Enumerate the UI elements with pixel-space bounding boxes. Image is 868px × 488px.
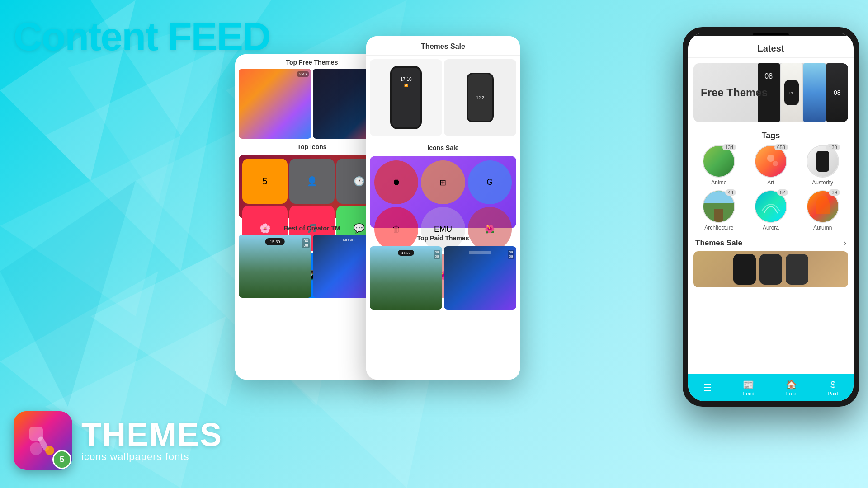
tag-autumn[interactable]: 39 Autumn (799, 190, 846, 231)
tag-anime-badge: 134 (722, 144, 736, 150)
middle-phone-icons-sale-title: Icons Sale (366, 140, 520, 154)
middle-phone-header: Themes Sale (366, 36, 520, 56)
free-themes-banner[interactable]: Free Themes 08 PA 08 (693, 63, 848, 122)
tags-title: Tags (695, 131, 846, 141)
tag-austerity[interactable]: 130 Austerity (799, 145, 846, 186)
right-phone-screen: Latest Free Themes 08 PA 08 Tags (688, 33, 854, 401)
app-icon: 5 (14, 411, 72, 470)
svg-point-16 (45, 446, 54, 455)
nav-feed[interactable]: 📰 Feed (743, 379, 754, 396)
right-phone-frame: Latest Free Themes 08 PA 08 Tags (683, 27, 859, 407)
nav-paid[interactable]: $ Paid (828, 380, 838, 396)
tag-aurora[interactable]: 62 Aurora (747, 190, 795, 231)
tags-grid: 134 Anime 653 (695, 145, 846, 231)
tags-section: Tags 134 Anime (688, 127, 854, 235)
nav-feed-label: Feed (743, 391, 754, 396)
tag-anime[interactable]: 134 Anime (695, 145, 743, 186)
tag-autumn-label: Autumn (813, 225, 832, 231)
svg-point-17 (767, 155, 774, 162)
themes-sale-preview (693, 251, 848, 287)
tag-anime-label: Anime (711, 179, 726, 186)
tag-architecture-label: Architecture (704, 225, 733, 231)
left-phone: Top Free Themes 5:46 12:40 Top Icons 5 👤… (235, 54, 389, 380)
left-phone-section2-title: Top Icons (235, 139, 389, 153)
tag-art-label: Art (767, 179, 774, 186)
app-branding: 5 THEMES icons wallpapers fonts (14, 411, 222, 470)
menu-icon: ☰ (703, 382, 712, 393)
nav-menu[interactable]: ☰ (703, 382, 712, 393)
nav-paid-label: Paid (828, 391, 838, 396)
screen-header-title: Latest (758, 43, 784, 53)
themes-sale-section[interactable]: Themes Sale › (688, 235, 854, 251)
free-themes-images: 08 PA 08 (758, 63, 848, 122)
page-title: Content FEED (14, 14, 270, 60)
phones-container: Top Free Themes 5:46 12:40 Top Icons 5 👤… (235, 27, 868, 461)
tag-autumn-badge: 39 (829, 189, 840, 196)
tag-architecture-badge: 44 (725, 189, 736, 196)
free-themes-text: Free Themes (701, 86, 768, 99)
tag-aurora-label: Aurora (763, 225, 779, 231)
home-icon: 🏠 (786, 379, 797, 390)
app-name: THEMES (81, 418, 222, 451)
feed-icon: 📰 (743, 379, 754, 390)
bottom-nav: ☰ 📰 Feed 🏠 Free $ Paid (688, 374, 854, 401)
tag-austerity-badge: 130 (826, 144, 840, 150)
tag-architecture[interactable]: 44 Architecture (695, 190, 743, 231)
svg-point-18 (773, 161, 778, 166)
screen-header: Latest (688, 36, 854, 58)
app-subtitle: icons wallpapers fonts (81, 451, 222, 463)
nav-free[interactable]: 🏠 Free (786, 379, 797, 396)
themes-sale-arrow: › (844, 238, 846, 248)
dollar-icon: $ (830, 380, 835, 390)
themes-sale-title: Themes Sale (695, 239, 742, 248)
app-badge: 5 (52, 450, 71, 469)
tag-art-badge: 653 (774, 144, 788, 150)
tag-art[interactable]: 653 Art (747, 145, 795, 186)
middle-phone: Themes Sale 17:10 📶 12:2 (366, 36, 520, 380)
tag-austerity-label: Austerity (812, 179, 833, 186)
nav-free-label: Free (786, 391, 797, 396)
tag-aurora-badge: 62 (777, 189, 788, 196)
app-text: THEMES icons wallpapers fonts (81, 418, 222, 463)
